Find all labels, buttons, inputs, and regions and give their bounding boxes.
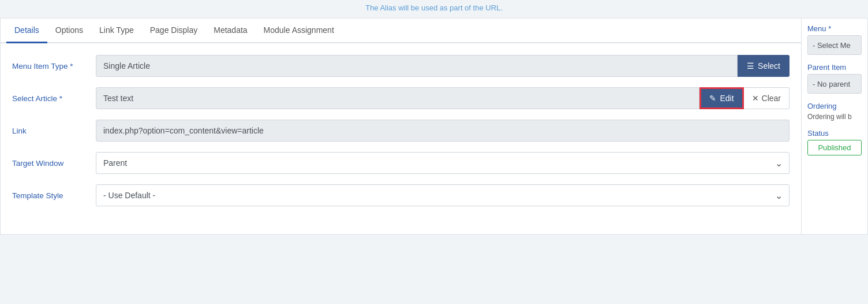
select-article-input[interactable] <box>96 87 699 109</box>
edit-article-button[interactable]: ✎ Edit <box>699 87 743 109</box>
edit-icon: ✎ <box>709 94 716 103</box>
menu-label: Menu * <box>807 24 862 33</box>
tab-link-type[interactable]: Link Type <box>91 18 142 43</box>
template-style-dropdown-wrapper: - Use Default - Protostar Beez3 ⌄ <box>96 184 790 206</box>
tab-options[interactable]: Options <box>47 18 91 43</box>
tab-page-display[interactable]: Page Display <box>142 18 206 43</box>
template-style-select[interactable]: - Use Default - Protostar Beez3 <box>96 184 790 206</box>
status-field: Status Published <box>807 129 862 155</box>
menu-item-type-row: Menu Item Type * ☰ Select <box>12 55 790 77</box>
select-article-control: ✎ Edit ✕ Clear <box>96 87 790 109</box>
clear-icon: ✕ <box>752 94 759 103</box>
link-control <box>96 120 790 142</box>
ordering-label: Ordering <box>807 102 862 110</box>
target-window-select[interactable]: Parent New Window Same Window <box>96 152 790 174</box>
menu-item-type-label: Menu Item Type * <box>12 62 96 71</box>
alias-hint: The Alias will be used as part of the UR… <box>0 0 868 18</box>
tab-details[interactable]: Details <box>6 18 47 43</box>
select-article-row: Select Article * ✎ Edit ✕ Clear <box>12 87 790 109</box>
select-article-label: Select Article * <box>12 94 96 103</box>
parent-item-input[interactable] <box>807 74 862 94</box>
template-style-label: Template Style <box>12 191 96 200</box>
tab-module-assignment[interactable]: Module Assignment <box>256 18 342 43</box>
clear-article-button[interactable]: ✕ Clear <box>744 87 790 109</box>
parent-item-field: Parent Item <box>807 63 862 94</box>
target-window-control: Parent New Window Same Window ⌄ <box>96 152 790 174</box>
parent-item-label: Parent Item <box>807 63 862 72</box>
menu-item-type-select-button[interactable]: ☰ Select <box>738 55 790 77</box>
link-row: Link <box>12 120 790 142</box>
right-panel: Menu * Parent Item Ordering Ordering wil… <box>802 18 868 235</box>
status-badge[interactable]: Published <box>807 140 862 155</box>
tab-metadata[interactable]: Metadata <box>205 18 255 43</box>
status-label: Status <box>807 129 862 138</box>
form-body: Menu Item Type * ☰ Select Select Article… <box>1 43 801 234</box>
ordering-hint: Ordering will b <box>807 113 862 121</box>
menu-field: Menu * <box>807 24 862 55</box>
menu-item-type-control: ☰ Select <box>96 55 790 77</box>
link-input[interactable] <box>96 120 790 142</box>
tab-bar: Details Options Link Type Page Display M… <box>1 18 801 43</box>
template-style-control: - Use Default - Protostar Beez3 ⌄ <box>96 184 790 206</box>
target-window-label: Target Window <box>12 159 96 168</box>
menu-input[interactable] <box>807 35 862 55</box>
link-label: Link <box>12 127 96 135</box>
template-style-row: Template Style - Use Default - Protostar… <box>12 184 790 206</box>
target-window-dropdown-wrapper: Parent New Window Same Window ⌄ <box>96 152 790 174</box>
ordering-field: Ordering Ordering will b <box>807 102 862 121</box>
target-window-row: Target Window Parent New Window Same Win… <box>12 152 790 174</box>
list-icon: ☰ <box>747 61 754 71</box>
menu-item-type-input[interactable] <box>96 55 738 77</box>
